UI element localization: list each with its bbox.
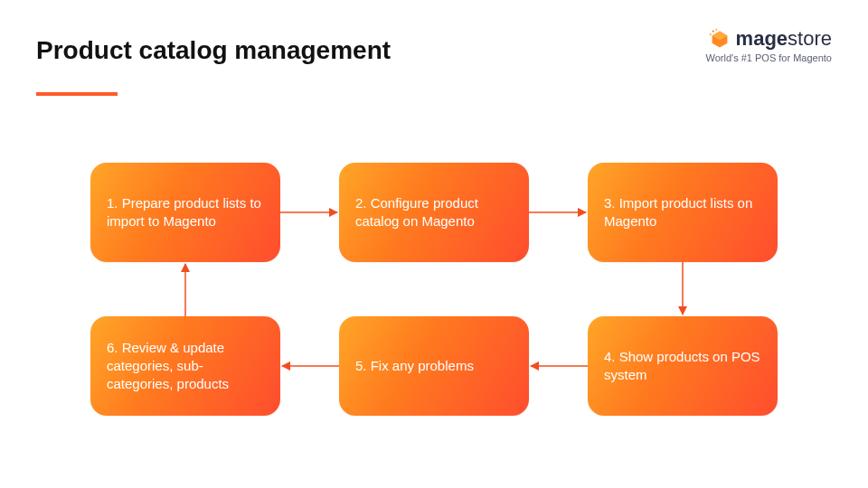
flow-node-1: 1. Prepare product lists to import to Ma… (90, 163, 280, 262)
svg-point-0 (712, 30, 713, 32)
brand-tagline: World's #1 POS for Magento (706, 52, 832, 63)
flow-diagram: 1. Prepare product lists to import to Ma… (0, 163, 868, 452)
hexagon-icon (709, 28, 731, 50)
flow-node-6: 6. Review & update categories, sub-categ… (90, 316, 280, 416)
flow-node-label: 6. Review & update categories, sub-categ… (107, 339, 264, 394)
flow-node-2: 2. Configure product catalog on Magento (339, 163, 529, 262)
header: Product catalog management (36, 36, 391, 96)
brand-logo: magestore World's #1 POS for Magento (706, 27, 832, 63)
flow-node-label: 4. Show products on POS system (604, 348, 761, 385)
page-title: Product catalog management (36, 36, 391, 65)
svg-point-2 (709, 33, 711, 35)
svg-point-1 (715, 29, 717, 31)
flow-node-5: 5. Fix any problems (339, 316, 529, 416)
flow-node-label: 5. Fix any problems (355, 357, 474, 375)
brand-name: magestore (736, 27, 832, 51)
title-underline (36, 92, 118, 96)
flow-node-label: 2. Configure product catalog on Magento (355, 194, 513, 231)
flow-node-4: 4. Show products on POS system (588, 316, 778, 416)
flow-node-label: 3. Import product lists on Magento (604, 194, 761, 231)
flow-node-label: 1. Prepare product lists to import to Ma… (107, 194, 264, 231)
flow-node-3: 3. Import product lists on Magento (588, 163, 778, 262)
